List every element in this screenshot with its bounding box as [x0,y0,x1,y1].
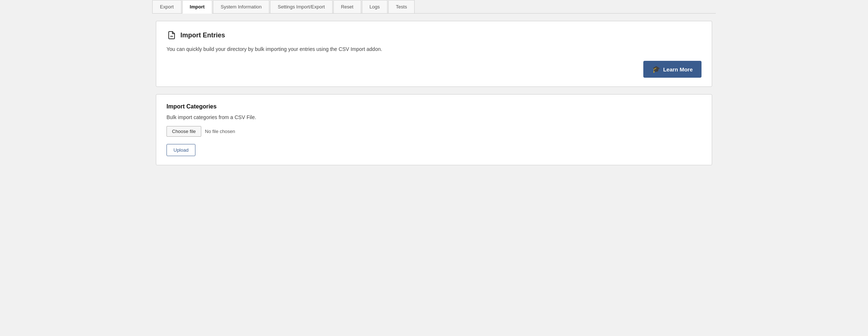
tab-tests[interactable]: Tests [388,0,415,13]
no-file-chosen-label: No file chosen [205,129,235,134]
page-wrapper: Export Import System Information Setting… [152,0,716,173]
import-entries-footer: 🎓 Learn More [167,61,701,78]
choose-file-button[interactable]: Choose file [167,126,201,137]
import-entries-title: Import Entries [180,32,225,39]
import-categories-title: Import Categories [167,103,701,110]
upload-button[interactable]: Upload [167,144,195,156]
graduation-cap-icon: 🎓 [652,65,660,73]
learn-more-label: Learn More [663,66,693,73]
import-categories-description: Bulk import categories from a CSV File. [167,114,701,120]
file-icon [167,30,177,40]
file-input-row: Choose file No file chosen [167,126,701,137]
import-entries-header: Import Entries [167,30,701,40]
content-area: Import Entries You can quickly build you… [152,14,716,173]
learn-more-button[interactable]: 🎓 Learn More [643,61,701,78]
import-entries-description: You can quickly build your directory by … [167,46,701,52]
import-categories-card: Import Categories Bulk import categories… [156,94,712,165]
tabs-bar: Export Import System Information Setting… [152,0,716,14]
import-entries-card: Import Entries You can quickly build you… [156,21,712,87]
tab-settings-import-export[interactable]: Settings Import/Export [270,0,333,13]
tab-logs[interactable]: Logs [362,0,388,13]
tab-import[interactable]: Import [182,0,212,14]
tab-system-information[interactable]: System Information [213,0,269,13]
tab-reset[interactable]: Reset [333,0,361,13]
tab-export[interactable]: Export [152,0,182,13]
